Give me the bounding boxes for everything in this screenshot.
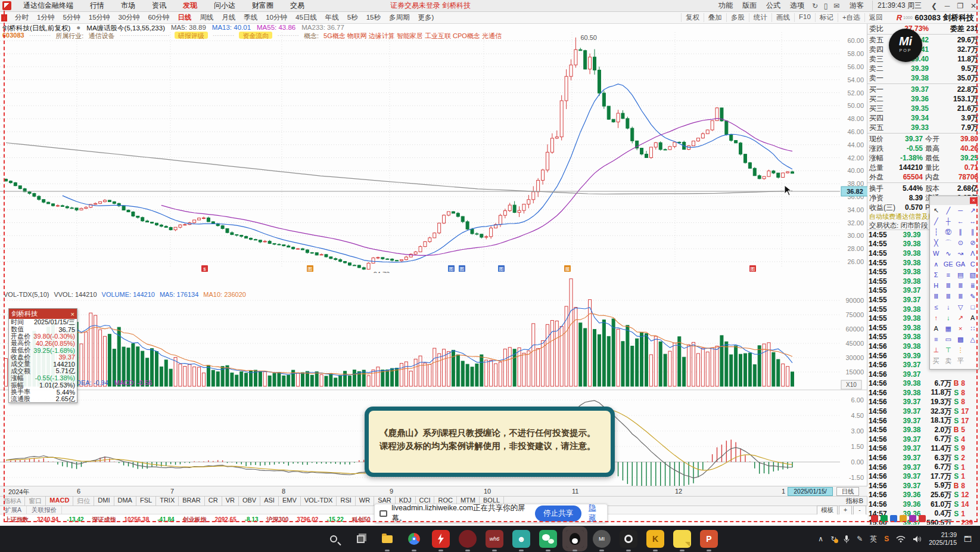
ask-row[interactable]: 卖四39.4132.7万 bbox=[867, 45, 980, 54]
menu-item-资讯[interactable]: 资讯 bbox=[144, 1, 175, 11]
draw-tool-icon[interactable]: ↖ bbox=[930, 205, 942, 216]
taskbar-icon-kingsoft[interactable]: K bbox=[646, 530, 664, 548]
bid-row[interactable]: 买一39.3722.8万 bbox=[867, 85, 980, 94]
period-30分钟[interactable]: 30分钟 bbox=[114, 13, 144, 22]
ask-row[interactable]: 卖二39.399.5万 bbox=[867, 64, 980, 73]
volume-icon[interactable] bbox=[913, 535, 922, 543]
draw-tool-icon[interactable]: ⊤ bbox=[942, 345, 955, 355]
period-15秒[interactable]: 15秒 bbox=[362, 13, 385, 22]
tab-WR[interactable]: WR bbox=[356, 497, 374, 506]
tick-row[interactable]: 14:5639.3711.4万S9 bbox=[867, 444, 980, 454]
draw-tool-icon[interactable]: ⋮ bbox=[954, 345, 967, 355]
tick-row[interactable]: 14:5639.37 bbox=[867, 370, 980, 379]
tab-EMV[interactable]: EMV bbox=[279, 497, 301, 506]
bid-row[interactable]: 买五39.337.9万 bbox=[867, 123, 980, 132]
draw-tool-icon[interactable]: ← bbox=[954, 216, 967, 227]
tab-ASI[interactable]: ASI bbox=[260, 497, 279, 506]
menu-item-交易[interactable]: 交易 bbox=[282, 1, 313, 11]
draw-tool-icon[interactable]: Ⅲ bbox=[954, 280, 967, 291]
draw-tool-icon[interactable]: ↓ bbox=[942, 312, 955, 323]
menu-tool-选项[interactable]: 选项 bbox=[785, 1, 809, 11]
draw-tool-icon[interactable]: GA bbox=[954, 259, 967, 269]
tab-DMI[interactable]: DMI bbox=[94, 497, 114, 506]
menu-item-财富圈[interactable]: 财富圈 bbox=[244, 1, 282, 11]
period-日线[interactable]: 日线 bbox=[173, 13, 195, 22]
stop-sharing-button[interactable]: 停止共享 bbox=[535, 506, 581, 522]
draw-tool-icon[interactable]: 卖 bbox=[942, 355, 955, 366]
taskbar-icon-wechat[interactable] bbox=[539, 530, 557, 548]
tab-RSI[interactable]: RSI bbox=[337, 497, 355, 506]
tab-TRIX[interactable]: TRIX bbox=[156, 497, 179, 506]
period-分时[interactable]: 分时 bbox=[11, 13, 33, 22]
draw-tool-icon[interactable]: A bbox=[930, 323, 942, 334]
draw-tool-icon[interactable]: ╳ bbox=[930, 237, 942, 248]
draw-tool-icon[interactable]: ⌒ bbox=[942, 237, 955, 248]
tick-row[interactable]: 14:5639.3717.7万S1 bbox=[867, 472, 980, 481]
draw-tool-icon[interactable]: ↝ bbox=[954, 248, 967, 259]
menu-item-行情[interactable]: 行情 bbox=[82, 1, 113, 11]
draw-tool-icon[interactable]: 平 bbox=[954, 355, 967, 366]
period-5秒[interactable]: 5秒 bbox=[343, 13, 362, 22]
draw-tool-icon[interactable]: ▩ bbox=[954, 334, 967, 345]
tool-返回[interactable]: 返回 bbox=[864, 13, 887, 22]
taskbar-icon-task-view[interactable] bbox=[351, 530, 369, 548]
sogou-icon[interactable]: S bbox=[884, 535, 889, 543]
period-15分钟[interactable]: 15分钟 bbox=[85, 13, 114, 22]
draw-tool-icon[interactable]: Ⅲ bbox=[930, 291, 942, 302]
draw-tool-icon[interactable]: Η bbox=[930, 280, 942, 291]
menu-tool-版面[interactable]: 版面 bbox=[738, 1, 761, 11]
period-5分钟[interactable]: 5分钟 bbox=[58, 13, 84, 22]
tab-indicator-b[interactable]: 指标B bbox=[842, 497, 867, 506]
user-label[interactable]: 游客 bbox=[842, 1, 871, 11]
tool-统计[interactable]: 统计 bbox=[749, 13, 771, 22]
draw-tool-icon[interactable]: ▽ bbox=[954, 302, 967, 312]
ime-indicator[interactable]: 英 bbox=[870, 534, 877, 544]
draw-tool-icon[interactable]: ┆ bbox=[930, 227, 942, 237]
maximize-button[interactable]: ❐ bbox=[954, 2, 967, 10]
draw-tool-icon[interactable]: ⊥ bbox=[930, 345, 942, 355]
taskbar-icon-chrome[interactable] bbox=[405, 530, 423, 548]
tab-归位[interactable]: 归位 bbox=[73, 497, 94, 506]
period-年线[interactable]: 年线 bbox=[321, 13, 343, 22]
tab-VOL-TDX[interactable]: VOL-TDX bbox=[301, 497, 337, 506]
draw-tool-icon[interactable]: ↗ bbox=[954, 312, 967, 323]
taskbar-icon-teal-face[interactable]: ☻ bbox=[512, 530, 530, 548]
tool-画线[interactable]: 画线 bbox=[771, 13, 794, 22]
minimize-button[interactable]: ─ bbox=[941, 2, 954, 10]
taskbar-icon-explorer[interactable] bbox=[378, 530, 396, 548]
sync-icon[interactable]: ↻ bbox=[830, 535, 836, 543]
tab-窗口[interactable]: 窗口 bbox=[25, 497, 46, 506]
close-button[interactable]: ✕ bbox=[967, 2, 980, 10]
tab-VR[interactable]: VR bbox=[222, 497, 239, 506]
draw-tool-icon[interactable]: Ⅲ bbox=[954, 291, 967, 302]
draw-tool-icon[interactable]: ⑫ bbox=[942, 227, 955, 237]
tick-row[interactable]: 14:5639.376.3万S2 bbox=[867, 453, 980, 463]
taskbar-icon-tdx[interactable] bbox=[432, 530, 450, 548]
menu-tool-功能[interactable]: 功能 bbox=[714, 1, 738, 11]
taskbar-icon-start[interactable] bbox=[298, 530, 316, 548]
menu-item-问小达[interactable]: 问小达 bbox=[206, 1, 244, 11]
draw-tool-icon[interactable]: ≤ bbox=[930, 302, 942, 312]
tab-MACD[interactable]: MACD bbox=[46, 497, 73, 506]
period-周线[interactable]: 周线 bbox=[195, 13, 217, 22]
notification-icon[interactable]: 🗔 bbox=[964, 535, 972, 544]
tray-chevron-icon[interactable]: ∧ bbox=[818, 535, 823, 543]
draw-tool-icon[interactable]: Ⅲ bbox=[942, 280, 955, 291]
draw-tool-icon[interactable]: W bbox=[930, 248, 942, 259]
draw-tool-icon[interactable]: 买 bbox=[930, 355, 942, 366]
tick-row[interactable]: 14:5639.382.0万B5 bbox=[867, 425, 980, 435]
tick-row[interactable]: 14:5639.3718.1万S17 bbox=[867, 416, 980, 426]
tick-row[interactable]: 14:5639.3811.8万S8 bbox=[867, 388, 980, 398]
phone-icon[interactable]: ▯ bbox=[821, 2, 830, 10]
tool-标记[interactable]: 标记 bbox=[815, 13, 838, 22]
tab-OBV[interactable]: OBV bbox=[239, 497, 260, 506]
concept-links[interactable]: 5G概念 物联网 边缘计算 智能家居 工业互联 CPO概念 光通信 bbox=[323, 32, 502, 39]
period-45日线[interactable]: 45日线 bbox=[291, 13, 321, 22]
tick-row[interactable]: 14:5639.3661.0万S14 bbox=[867, 500, 980, 509]
draw-tool-icon[interactable]: ⊙ bbox=[954, 237, 967, 248]
taskbar-icon-qq[interactable] bbox=[566, 530, 584, 548]
tool-复权[interactable]: 复权 bbox=[681, 13, 704, 22]
taskbar-icon-notes[interactable] bbox=[673, 530, 691, 548]
draw-tool-icon[interactable]: ↑ bbox=[930, 312, 942, 323]
period-季线[interactable]: 季线 bbox=[239, 13, 262, 22]
